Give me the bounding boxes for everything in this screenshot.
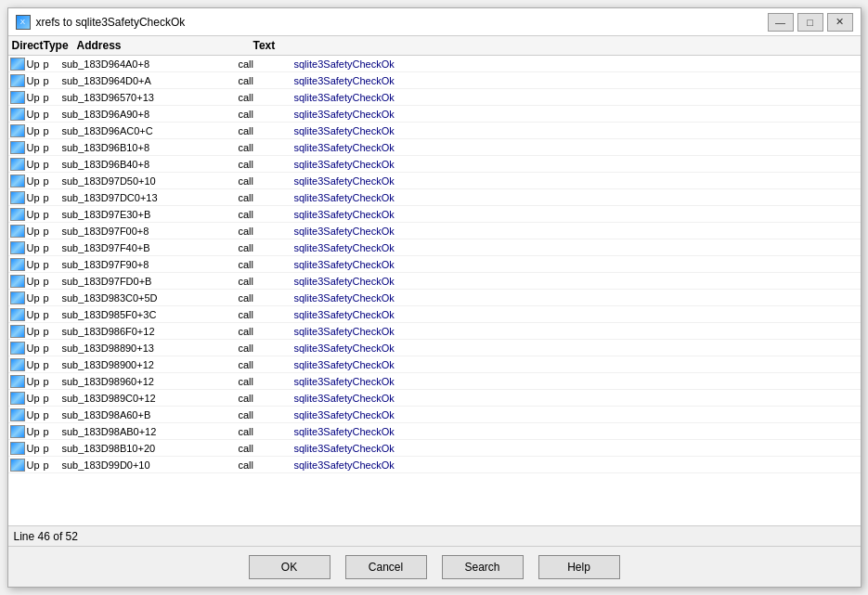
window-title: xrefs to sqlite3SafetyCheckOk — [36, 16, 186, 29]
row-type: p — [44, 242, 62, 253]
row-instruction: call — [239, 242, 294, 253]
row-direction: Up — [27, 58, 44, 70]
row-icon-cell: Up — [8, 91, 44, 104]
close-button[interactable]: ✕ — [827, 13, 853, 32]
row-icon — [10, 74, 25, 87]
row-address: sub_183D98AB0+12 — [62, 426, 239, 437]
main-window: X xrefs to sqlite3SafetyCheckOk — □ ✕ Di… — [7, 7, 862, 588]
row-icon-cell: Up — [8, 459, 44, 472]
row-address: sub_183D97F90+8 — [62, 259, 239, 270]
row-ref: sqlite3SafetyCheckOk — [294, 226, 861, 237]
statusbar: Line 46 of 52 — [8, 525, 861, 546]
row-type: p — [44, 58, 62, 70]
row-ref: sqlite3SafetyCheckOk — [294, 109, 861, 120]
table-row[interactable]: Up p sub_183D98960+12 call sqlite3Safety… — [8, 373, 861, 390]
row-icon-cell: Up — [8, 425, 44, 438]
row-ref: sqlite3SafetyCheckOk — [294, 359, 861, 370]
row-ref: sqlite3SafetyCheckOk — [294, 75, 861, 86]
table-row[interactable]: Up p sub_183D97D50+10 call sqlite3Safety… — [8, 173, 861, 189]
row-direction: Up — [27, 359, 44, 370]
row-icon-cell: Up — [8, 124, 44, 137]
row-icon-cell: Up — [8, 108, 44, 121]
row-instruction: call — [239, 409, 294, 420]
row-address: sub_183D96570+13 — [62, 92, 239, 103]
row-address: sub_183D983C0+5D — [62, 292, 239, 304]
table-row[interactable]: Up p sub_183D983C0+5D call sqlite3Safety… — [8, 290, 861, 306]
row-icon — [10, 175, 25, 188]
row-icon-cell: Up — [8, 191, 44, 204]
row-direction: Up — [27, 292, 44, 304]
table-row[interactable]: Up p sub_183D97FD0+B call sqlite3SafetyC… — [8, 273, 861, 290]
row-instruction: call — [239, 125, 294, 136]
row-direction: Up — [27, 75, 44, 86]
row-icon — [10, 392, 25, 405]
row-type: p — [44, 426, 62, 437]
cancel-button[interactable]: Cancel — [345, 555, 427, 579]
row-instruction: call — [239, 343, 294, 354]
row-icon-cell: Up — [8, 342, 44, 355]
table-row[interactable]: Up p sub_183D964D0+A call sqlite3SafetyC… — [8, 72, 861, 89]
ok-button[interactable]: OK — [249, 555, 330, 579]
table-row[interactable]: Up p sub_183D96B10+8 call sqlite3SafetyC… — [8, 139, 861, 156]
row-type: p — [44, 459, 62, 471]
row-icon-cell: Up — [8, 258, 44, 271]
row-address: sub_183D964A0+8 — [62, 58, 239, 70]
row-address: sub_183D98B10+20 — [62, 443, 239, 454]
table-row[interactable]: Up p sub_183D97DC0+13 call sqlite3Safety… — [8, 189, 861, 206]
row-instruction: call — [239, 142, 294, 153]
row-ref: sqlite3SafetyCheckOk — [294, 192, 861, 203]
table-row[interactable]: Up p sub_183D96A90+8 call sqlite3SafetyC… — [8, 106, 861, 123]
search-button[interactable]: Search — [442, 555, 524, 579]
row-icon — [10, 442, 25, 455]
row-instruction: call — [239, 276, 294, 287]
row-icon — [10, 241, 25, 254]
row-direction: Up — [27, 92, 44, 103]
row-address: sub_183D98960+12 — [62, 376, 239, 387]
row-type: p — [44, 125, 62, 136]
table-row[interactable]: Up p sub_183D96570+13 call sqlite3Safety… — [8, 89, 861, 106]
row-direction: Up — [27, 443, 44, 454]
table-row[interactable]: Up p sub_183D97F90+8 call sqlite3SafetyC… — [8, 256, 861, 273]
help-button[interactable]: Help — [538, 555, 620, 579]
row-icon — [10, 208, 25, 221]
maximize-button[interactable]: □ — [797, 13, 823, 32]
row-type: p — [44, 75, 62, 86]
table-row[interactable]: Up p sub_183D98900+12 call sqlite3Safety… — [8, 356, 861, 373]
row-instruction: call — [239, 376, 294, 387]
xref-table[interactable]: Up p sub_183D964A0+8 call sqlite3SafetyC… — [8, 56, 861, 525]
row-address: sub_183D97E30+B — [62, 209, 239, 220]
row-address: sub_183D97D50+10 — [62, 175, 239, 187]
table-row[interactable]: Up p sub_183D989C0+12 call sqlite3Safety… — [8, 390, 861, 407]
table-row[interactable]: Up p sub_183D97F00+8 call sqlite3SafetyC… — [8, 223, 861, 239]
row-type: p — [44, 109, 62, 120]
table-row[interactable]: Up p sub_183D99D0+10 call sqlite3SafetyC… — [8, 457, 861, 473]
row-direction: Up — [27, 209, 44, 220]
row-address: sub_183D985F0+3C — [62, 309, 239, 320]
row-ref: sqlite3SafetyCheckOk — [294, 142, 861, 153]
row-type: p — [44, 326, 62, 337]
table-row[interactable]: Up p sub_183D964A0+8 call sqlite3SafetyC… — [8, 56, 861, 72]
row-icon-cell: Up — [8, 275, 44, 288]
titlebar-controls: — □ ✕ — [768, 13, 853, 32]
table-row[interactable]: Up p sub_183D986F0+12 call sqlite3Safety… — [8, 323, 861, 340]
table-row[interactable]: Up p sub_183D98B10+20 call sqlite3Safety… — [8, 440, 861, 457]
row-direction: Up — [27, 242, 44, 253]
minimize-button[interactable]: — — [768, 13, 794, 32]
row-instruction: call — [239, 309, 294, 320]
row-icon-cell: Up — [8, 358, 44, 371]
table-row[interactable]: Up p sub_183D97F40+B call sqlite3SafetyC… — [8, 239, 861, 256]
row-type: p — [44, 209, 62, 220]
table-row[interactable]: Up p sub_183D985F0+3C call sqlite3Safety… — [8, 306, 861, 323]
table-row[interactable]: Up p sub_183D98AB0+12 call sqlite3Safety… — [8, 423, 861, 440]
header-type: Type — [44, 39, 77, 52]
table-row[interactable]: Up p sub_183D98890+13 call sqlite3Safety… — [8, 340, 861, 356]
row-address: sub_183D96B40+8 — [62, 159, 239, 170]
table-row[interactable]: Up p sub_183D96B40+8 call sqlite3SafetyC… — [8, 156, 861, 173]
table-row[interactable]: Up p sub_183D97E30+B call sqlite3SafetyC… — [8, 206, 861, 223]
row-type: p — [44, 443, 62, 454]
table-row[interactable]: Up p sub_183D96AC0+C call sqlite3SafetyC… — [8, 123, 861, 139]
table-row[interactable]: Up p sub_183D98A60+B call sqlite3SafetyC… — [8, 407, 861, 423]
row-type: p — [44, 343, 62, 354]
row-type: p — [44, 359, 62, 370]
row-instruction: call — [239, 109, 294, 120]
